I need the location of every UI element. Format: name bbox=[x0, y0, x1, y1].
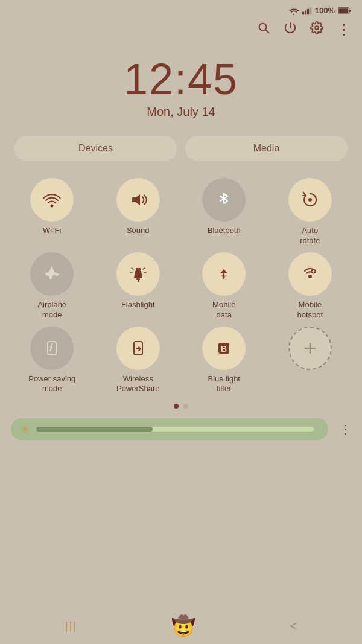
toggle-autorotate[interactable]: Autorotate bbox=[269, 178, 352, 246]
svg-line-8 bbox=[265, 30, 268, 33]
mobiledata-circle bbox=[202, 252, 246, 296]
svg-rect-13 bbox=[136, 268, 141, 271]
hotspot-circle bbox=[288, 252, 332, 296]
svg-point-9 bbox=[315, 26, 319, 30]
svg-line-17 bbox=[143, 268, 145, 269]
bluelight-circle: B bbox=[202, 327, 246, 370]
toggle-mobiledata[interactable]: Mobiledata bbox=[183, 252, 265, 320]
clock-date: Mon, July 14 bbox=[0, 105, 362, 119]
hotspot-label: Mobilehotspot bbox=[297, 300, 323, 320]
nav-menu-icon[interactable]: ||| bbox=[65, 620, 77, 633]
svg-point-12 bbox=[308, 198, 312, 202]
toggle-airplane[interactable]: Airplanemode bbox=[11, 252, 94, 320]
bluetooth-circle bbox=[202, 178, 246, 222]
svg-point-10 bbox=[51, 205, 54, 208]
settings-icon[interactable] bbox=[310, 21, 323, 37]
power-icon[interactable] bbox=[284, 21, 297, 37]
flashlight-circle bbox=[116, 252, 160, 296]
media-tab[interactable]: Media bbox=[185, 136, 348, 161]
tab-section: Devices Media bbox=[0, 125, 362, 167]
bluetooth-label: Bluetooth bbox=[208, 226, 241, 236]
toggle-bluetooth[interactable]: Bluetooth bbox=[183, 178, 265, 246]
brightness-more-icon[interactable]: ⋮ bbox=[339, 422, 351, 436]
toggles-grid: Wi-Fi Sound Bluetooth A bbox=[0, 167, 362, 398]
toggle-sound[interactable]: Sound bbox=[97, 178, 180, 246]
flashlight-label: Flashlight bbox=[121, 300, 155, 310]
toggle-powersaving[interactable]: Power savingmode bbox=[11, 327, 94, 395]
toggle-wifi[interactable]: Wi-Fi bbox=[11, 178, 94, 246]
autorotate-label: Autorotate bbox=[300, 226, 320, 246]
wifi-status-icon bbox=[288, 7, 299, 15]
autorotate-circle bbox=[288, 178, 332, 222]
clock-section: 12:45 Mon, July 14 bbox=[0, 43, 362, 125]
bluelight-label: Blue lightfilter bbox=[208, 374, 240, 395]
svg-rect-6 bbox=[349, 9, 351, 11]
nav-home-icon[interactable]: 🤠 bbox=[171, 614, 195, 637]
add-circle bbox=[288, 327, 332, 370]
bottom-nav: ||| 🤠 < bbox=[0, 608, 362, 644]
svg-marker-11 bbox=[132, 194, 140, 205]
svg-rect-0 bbox=[302, 11, 304, 14]
pagination-dot-2 bbox=[183, 404, 188, 409]
airplane-label: Airplanemode bbox=[37, 300, 66, 320]
svg-point-20 bbox=[308, 275, 312, 278]
pagination-dot-1 bbox=[174, 404, 179, 409]
mobiledata-label: Mobiledata bbox=[212, 300, 235, 320]
sound-label: Sound bbox=[127, 226, 150, 236]
toggle-bluelight[interactable]: B Blue lightfilter bbox=[183, 327, 265, 395]
svg-rect-3 bbox=[310, 7, 311, 14]
svg-rect-5 bbox=[338, 8, 348, 13]
toggle-add[interactable] bbox=[269, 327, 352, 395]
search-icon[interactable] bbox=[257, 21, 270, 37]
svg-rect-2 bbox=[307, 8, 309, 14]
sound-circle bbox=[116, 178, 160, 222]
more-icon[interactable]: ⋮ bbox=[337, 22, 351, 37]
wireless-circle bbox=[116, 327, 160, 370]
wifi-label: Wi-Fi bbox=[43, 226, 61, 236]
clock-time: 12:45 bbox=[0, 54, 362, 104]
svg-rect-25 bbox=[134, 342, 142, 355]
quick-actions-bar: ⋮ bbox=[0, 18, 362, 43]
powersaving-label: Power savingmode bbox=[28, 374, 75, 395]
nav-back-icon[interactable]: < bbox=[290, 619, 297, 633]
brightness-section[interactable]: ☀ ⋮ bbox=[0, 412, 362, 445]
status-icons: 100% bbox=[288, 6, 351, 15]
status-bar: 100% bbox=[0, 0, 362, 18]
pagination bbox=[0, 398, 362, 412]
powersaving-circle bbox=[30, 327, 74, 370]
wifi-circle bbox=[30, 178, 74, 222]
svg-rect-1 bbox=[305, 10, 306, 14]
devices-tab[interactable]: Devices bbox=[14, 136, 177, 161]
toggle-flashlight[interactable]: Flashlight bbox=[97, 252, 180, 320]
svg-text:B: B bbox=[221, 344, 227, 354]
toggle-wireless[interactable]: WirelessPowerShare bbox=[97, 327, 180, 395]
brightness-sun-icon: ☀ bbox=[19, 422, 30, 436]
signal-status-icon bbox=[302, 7, 312, 15]
svg-line-16 bbox=[132, 268, 133, 269]
wireless-label: WirelessPowerShare bbox=[116, 374, 160, 395]
brightness-track[interactable]: ☀ bbox=[11, 418, 328, 440]
toggle-hotspot[interactable]: Mobilehotspot bbox=[269, 252, 352, 320]
battery-icon bbox=[338, 7, 351, 15]
airplane-circle bbox=[30, 252, 74, 296]
battery-text: 100% bbox=[315, 6, 335, 15]
